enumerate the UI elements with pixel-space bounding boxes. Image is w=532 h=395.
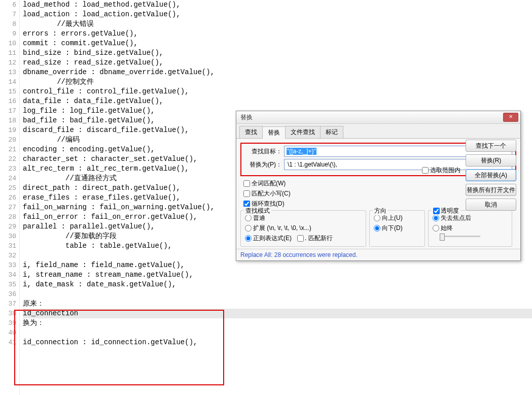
code-line[interactable]: id_connection [23, 309, 532, 318]
line-number: 35 [0, 280, 16, 289]
line-number: 27 [0, 203, 16, 212]
code-line[interactable]: i, date_mask : date_mask.getValue(), [23, 280, 532, 289]
tab-2[interactable]: 文件查找 [285, 126, 321, 138]
line-number: 34 [0, 270, 16, 280]
code-line[interactable]: control_file : control_file.getValue(), [23, 87, 532, 96]
line-number: 15 [0, 87, 16, 96]
line-number: 31 [0, 241, 16, 251]
dialog-titlebar[interactable]: 替换 ✕ [236, 111, 520, 124]
replace-all-button[interactable]: 全部替换(A) [466, 169, 516, 181]
tab-3[interactable]: 标记 [320, 126, 343, 138]
line-number: 26 [0, 193, 16, 203]
code-line[interactable]: i, stream_name : stream_name.getValue(), [23, 270, 532, 280]
line-number: 8 [0, 19, 16, 29]
code-line[interactable]: 原来： [23, 299, 532, 309]
line-number: 12 [0, 58, 16, 68]
code-line[interactable]: commit : commit.getValue(), [23, 39, 532, 48]
replace-dialog: 替换 ✕ 查找替换文件查找标记 查找目标： "([a-z,_]+)" 替换为(P… [236, 111, 521, 261]
code-line[interactable]: load_method : load_method.getValue(), [23, 0, 532, 10]
transparency-group: 透明度 失去焦点后 始终 [428, 210, 512, 247]
find-label: 查找目标： [244, 147, 282, 156]
code-line[interactable]: id_connection : id_connection.getValue()… [23, 338, 532, 347]
line-number: 40 [0, 328, 16, 338]
code-line[interactable]: read_size : read_size.getValue(), [23, 58, 532, 68]
code-line[interactable]: load_action : load_action.getValue(), [23, 10, 532, 19]
dialog-buttons: 查找下一个 替换(R) 全部替换(A) 替换所有打开文件 取消 [466, 140, 516, 211]
dialog-status: Replace All: 28 occurrences were replace… [236, 249, 520, 260]
direction-down-radio[interactable]: 向下(D) [374, 224, 420, 233]
cancel-button[interactable]: 取消 [466, 199, 516, 211]
close-icon[interactable]: ✕ [503, 113, 518, 122]
line-number: 17 [0, 106, 16, 116]
dialog-tabs: 查找替换文件查找标记 [236, 124, 520, 139]
line-number: 9 [0, 29, 16, 39]
line-number: 14 [0, 77, 16, 87]
mode-extended-radio[interactable]: 扩展 (\n, \r, \t, \0, \x...) [245, 224, 362, 233]
code-line[interactable] [23, 289, 532, 299]
slider-thumb[interactable] [440, 234, 445, 241]
line-number: 25 [0, 183, 16, 193]
code-line[interactable]: //控制文件 [23, 77, 532, 87]
code-line[interactable]: 换为： [23, 318, 532, 328]
code-line[interactable]: i, field_name : field_name.getValue(), [23, 260, 532, 270]
tab-1[interactable]: 替换 [262, 126, 286, 139]
line-number: 38 [0, 309, 16, 318]
dialog-title: 替换 [240, 113, 503, 122]
tab-0[interactable]: 查找 [239, 126, 263, 138]
line-number: 37 [0, 299, 16, 309]
code-line[interactable]: bind_size : bind_size.getValue(), [23, 48, 532, 58]
line-number: 16 [0, 96, 16, 106]
line-number: 20 [0, 135, 16, 145]
line-number: 24 [0, 174, 16, 183]
line-number: 29 [0, 222, 16, 232]
transparency-slider[interactable] [440, 236, 480, 237]
replace-all-open-button[interactable]: 替换所有打开文件 [466, 184, 516, 196]
code-line[interactable]: //最大错误 [23, 19, 532, 29]
find-next-button[interactable]: 查找下一个 [466, 140, 516, 152]
line-number: 10 [0, 39, 16, 48]
line-number: 41 [0, 338, 16, 347]
code-line[interactable]: data_file : data_file.getValue(), [23, 96, 532, 106]
replace-button[interactable]: 替换(R) [466, 154, 516, 167]
option-groups: 查找模式 普通 扩展 (\n, \r, \t, \0, \x...) 正则表达式… [240, 210, 516, 247]
direction-group: 方向 向上(U) 向下(D) [369, 210, 425, 247]
line-number: 18 [0, 116, 16, 125]
line-number: 23 [0, 164, 16, 174]
line-number: 33 [0, 260, 16, 270]
line-number: 30 [0, 232, 16, 241]
mode-regex-radio[interactable]: 正则表达式(E) . 匹配新行 [245, 234, 362, 243]
line-number: 13 [0, 68, 16, 77]
search-mode-group: 查找模式 普通 扩展 (\n, \r, \t, \0, \x...) 正则表达式… [240, 210, 366, 247]
in-selection-checkbox[interactable]: 选取范围内 [422, 166, 460, 175]
line-number: 22 [0, 154, 16, 164]
code-line[interactable] [23, 328, 532, 338]
line-number: 21 [0, 145, 16, 154]
line-number: 11 [0, 48, 16, 58]
code-line[interactable]: dbname_override : dbname_override.getVal… [23, 68, 532, 77]
line-number-gutter: 6789101112131415161718192021222324252627… [0, 0, 20, 395]
line-number: 36 [0, 289, 16, 299]
line-number: 28 [0, 212, 16, 222]
replace-label: 替换为(P)： [244, 160, 282, 169]
transparency-checkbox[interactable] [433, 208, 440, 214]
dot-newline-checkbox[interactable]: . 匹配新行 [297, 234, 333, 243]
transparency-always-radio[interactable]: 始终 [433, 224, 508, 233]
line-number: 19 [0, 125, 16, 135]
find-input-value: "([a-z,_]+)" [287, 148, 316, 155]
code-line[interactable]: errors : errors.getValue(), [23, 29, 532, 39]
line-number: 39 [0, 318, 16, 328]
line-number: 32 [0, 251, 16, 260]
line-number: 7 [0, 10, 16, 19]
line-number: 6 [0, 0, 16, 10]
